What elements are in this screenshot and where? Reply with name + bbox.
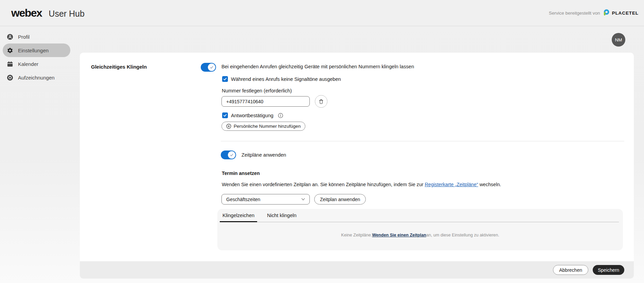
avatar[interactable]: NM (612, 33, 625, 47)
calendar-icon (7, 61, 13, 67)
sidebar-item-kalender[interactable]: Kalender (3, 57, 70, 71)
schedule-text-after: wechseln. (478, 182, 501, 187)
recordings-icon (7, 74, 13, 81)
tab-bar: Klingelzeichen Nicht klingeln (220, 209, 299, 222)
schedules-tab-link[interactable]: Registerkarte „Zeitpläne“ (425, 182, 478, 187)
no-tones-label: Während eines Anrufs keine Signaltöne au… (231, 76, 341, 82)
apply-schedule-link[interactable]: Wenden Sie einen Zeitplan (372, 233, 426, 237)
placetel-logo-icon (603, 9, 609, 17)
cancel-button[interactable]: Abbrechen (553, 265, 588, 275)
delete-number-button[interactable] (315, 95, 327, 108)
add-personal-number-button[interactable]: Persönliche Nummer hinzufügen (221, 122, 305, 131)
number-input[interactable] (221, 96, 310, 107)
sidebar: Profil Einstellungen Kalender Aufzeichnu… (0, 30, 72, 84)
empty-text-before: Keine Zeitpläne. (341, 233, 372, 237)
tab-klingelzeichen[interactable]: Klingelzeichen (220, 209, 257, 222)
add-personal-number-label: Persönliche Nummer hinzufügen (234, 124, 301, 129)
schedule-heading: Termin ansetzen (222, 171, 260, 176)
sidebar-item-label: Einstellungen (18, 48, 49, 53)
info-icon[interactable] (278, 113, 283, 118)
profile-icon (7, 34, 13, 40)
service-provider: Service bereitgestellt von PLACETEL (549, 9, 639, 17)
section-divider (221, 141, 624, 141)
apply-schedule-button[interactable]: Zeitplan anwenden (314, 194, 366, 205)
answer-confirm-checkbox[interactable] (222, 112, 228, 118)
schedule-select-value: Geschäftszeiten (226, 197, 260, 202)
sidebar-item-aufzeichnungen[interactable]: Aufzeichnungen (3, 71, 70, 84)
action-footer: Abbrechen Speichern (80, 261, 634, 279)
provider-name-label: PLACETEL (612, 11, 639, 16)
sidebar-item-label: Kalender (18, 61, 38, 67)
schedule-select[interactable]: Geschäftszeiten (221, 194, 310, 205)
product-title: User Hub (49, 9, 85, 19)
answer-confirm-checkbox-row: Antwortbestätigung (222, 112, 283, 118)
section-title: Gleichzeitiges Klingeln (91, 64, 147, 70)
toggle-description: Bei eingehenden Anrufen gleichzeitig Ger… (221, 64, 414, 69)
apply-schedules-toggle[interactable] (221, 151, 236, 159)
settings-card: Gleichzeitiges Klingeln Bei eingehenden … (80, 53, 634, 279)
sidebar-item-label: Profil (18, 34, 30, 40)
tab-divider-line (220, 222, 619, 222)
provider-prefix-label: Service bereitgestellt von (549, 11, 600, 16)
simultaneous-ring-toggle[interactable] (201, 63, 216, 72)
webex-logo: webex (11, 7, 42, 19)
no-tones-checkbox-row: Während eines Anrufs keine Signaltöne au… (222, 76, 341, 82)
no-tones-checkbox[interactable] (222, 76, 228, 82)
empty-state-text: Keine Zeitpläne.Wenden Sie einen Zeitpla… (217, 233, 623, 237)
number-field-label: Nummer festlegen (erforderlich) (222, 88, 292, 93)
empty-text-after: an, um diese Einstellung zu aktivieren. (426, 233, 499, 237)
toggle-knob (228, 151, 235, 159)
toggle-knob (208, 64, 215, 71)
sidebar-item-label: Aufzeichnungen (18, 75, 55, 81)
answer-confirm-label: Antwortbestätigung (231, 113, 273, 118)
trash-icon (318, 99, 324, 104)
tab-nicht-klingeln[interactable]: Nicht klingeln (264, 209, 299, 222)
schedule-description: Wenden Sie einen vordefinierten Zeitplan… (222, 182, 501, 187)
sidebar-item-profil[interactable]: Profil (3, 30, 70, 43)
settings-gear-icon (7, 47, 13, 54)
schedule-tab-panel: Klingelzeichen Nicht klingeln Keine Zeit… (217, 209, 623, 250)
chevron-down-icon (301, 197, 305, 201)
save-button[interactable]: Speichern (593, 265, 624, 275)
schedule-text-before: Wenden Sie einen vordefinierten Zeitplan… (222, 182, 425, 187)
plus-circle-icon (226, 124, 231, 129)
app-header: webex User Hub Service bereitgestellt vo… (0, 0, 644, 26)
sidebar-item-einstellungen[interactable]: Einstellungen (3, 43, 70, 57)
apply-schedules-label: Zeitpläne anwenden (242, 152, 286, 158)
